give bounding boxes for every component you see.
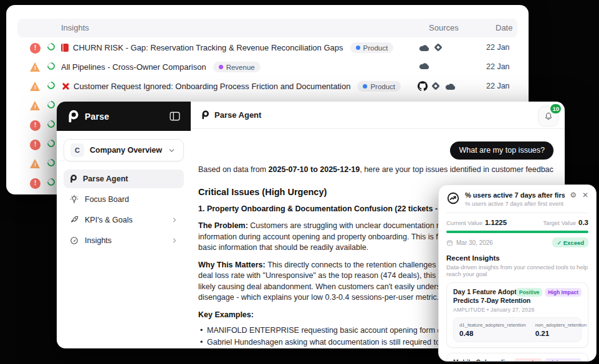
workspace-name: Company Overview [90, 146, 162, 155]
insight-badges: NegativeHigh Impact [514, 358, 582, 362]
sidebar-item-insights[interactable]: Insights [64, 231, 184, 250]
table-row[interactable]: Customer Request Ignored: Onboarding Pro… [6, 77, 529, 97]
sidebar-item-label: Parse Agent [83, 175, 128, 183]
metric: d1_feature_adopters_retention0.48 [459, 322, 526, 337]
settings-button[interactable]: ⚙ [570, 191, 577, 199]
warning-alert-icon [30, 82, 41, 92]
sentiment-badge: Positive [516, 288, 543, 297]
page-title: Parse Agent [214, 110, 261, 120]
metric-label: non_adopters_retention [535, 322, 587, 328]
metric-label: d1_feature_adopters_retention [459, 322, 526, 328]
sidebar-collapse-button[interactable] [169, 111, 181, 122]
row-title-text: CHURN RISK - Gap: Reservation Tracking &… [73, 43, 343, 52]
row-date: 22 Jan [486, 82, 510, 90]
recent-insights-title: Recent Insights [446, 254, 588, 262]
tag-dot [363, 84, 367, 89]
row-sources [418, 81, 456, 91]
tag-label: Product [370, 83, 395, 90]
progress-ring-icon [46, 100, 57, 110]
user-message-bubble: What are my top issues? [450, 141, 553, 160]
desktop-background: Insights Sources Date CHURN RISK - Gap: … [0, 0, 599, 364]
goal-progress-bar [446, 231, 588, 233]
warning-alert-icon [30, 159, 41, 170]
current-value: Current Value1.1225 [446, 219, 507, 226]
error-alert-icon [30, 43, 41, 54]
row-title: All Pipelines - Cross-Owner ComparisonRe… [61, 62, 410, 72]
calendar-icon [446, 239, 453, 246]
row-title: Customer Request Ignored: Onboarding Pro… [61, 81, 410, 92]
progress-ring-icon [46, 42, 57, 52]
tag-dot [356, 46, 360, 50]
main-header: Parse Agent 10 [191, 102, 565, 129]
parse-logo-icon [67, 109, 79, 124]
column-header-insights: Insights [61, 23, 89, 32]
row-title-text: All Pipelines - Cross-Owner Comparison [61, 62, 206, 72]
chevron-down-icon [168, 146, 176, 155]
sidebar-item-focus-board[interactable]: Focus Board [64, 190, 184, 209]
gear-icon: ⚙ [570, 191, 577, 199]
goal-trend-icon [446, 191, 460, 205]
warning-alert-icon [30, 62, 41, 73]
impact-badge: High Impact [545, 358, 582, 362]
progress-ring-icon [46, 80, 57, 91]
error-alert-icon [30, 178, 41, 189]
sidebar-item-kpi-s-goals[interactable]: KPI's & Goals [64, 211, 184, 229]
progress-ring-icon [46, 119, 57, 130]
sidebar-header: Parse [57, 102, 191, 131]
status-badge: ✓ Exceed [552, 237, 588, 247]
sidebar-nav: Parse AgentFocus BoardKPI's & GoalsInsig… [64, 170, 184, 250]
tag-label: Product [363, 44, 388, 52]
sidebar: Parse C Company Overview Parse AgentFocu… [57, 102, 191, 348]
panel-toggle-icon [169, 111, 181, 122]
close-button[interactable]: ✕ [582, 191, 588, 199]
sidebar-item-label: Focus Board [85, 195, 129, 204]
goal-titles: % users active 7 days after first event … [465, 191, 565, 207]
recent-insights-list: Day 1 Feature Adoption Predicts 7-Day Re… [446, 282, 588, 362]
diamond-icon [431, 81, 441, 91]
metric-value: 0.27 [596, 330, 597, 337]
close-icon: ✕ [582, 191, 588, 199]
progress-ring-icon [46, 138, 57, 149]
recent-insights-description: Data-driven insights from your connected… [446, 264, 588, 277]
workspace-switcher[interactable]: C Company Overview [64, 139, 184, 161]
tag-dot [219, 65, 223, 69]
error-alert-icon [30, 120, 41, 131]
sidebar-item-parse-agent[interactable]: Parse Agent [64, 170, 184, 188]
sidebar-body: C Company Overview Parse AgentFocus Boar… [57, 131, 191, 258]
insight-card[interactable]: Mobile Onboarding Underperforming Deskto… [446, 353, 588, 362]
sidebar-item-label: KPI's & Goals [85, 216, 133, 224]
workspace-avatar: C [70, 143, 84, 157]
warning-alert-icon [30, 101, 41, 112]
column-header-date: Date [496, 23, 512, 32]
insight-source: AMPLITUDE • January 27, 2026 [453, 307, 582, 313]
target-value: Target Value0.3 [543, 219, 588, 226]
notifications-button[interactable]: 10 [538, 106, 558, 127]
salesforce-icon [444, 82, 456, 90]
salesforce-icon [418, 44, 430, 52]
insight-card-header: Day 1 Feature Adoption Predicts 7-Day Re… [453, 288, 582, 305]
metric: retention_gap0.27 [596, 322, 597, 337]
table-row[interactable]: CHURN RISK - Gap: Reservation Tracking &… [6, 39, 529, 58]
salesforce-icon [418, 62, 430, 70]
metric: non_adopters_retention0.21 [535, 322, 587, 337]
goal-panel-actions: ⚙ ✕ [570, 191, 588, 199]
row-date: 22 Jan [486, 62, 510, 71]
goal-panel-header: % users active 7 days after first event … [446, 191, 588, 213]
insight-card-header: Mobile Onboarding Underperforming Deskto… [453, 358, 582, 362]
insight-badges: PositiveHigh Impact [516, 288, 582, 297]
parse-icon [69, 174, 77, 184]
row-title-text: Customer Request Ignored: Onboarding Pro… [74, 82, 350, 91]
goal-title: % users active 7 days after first event [465, 191, 565, 199]
insight-card[interactable]: Day 1 Feature Adoption Predicts 7-Day Re… [446, 282, 588, 348]
row-tag: Product [350, 42, 394, 53]
parse-agent-icon [201, 110, 209, 120]
brand-name: Parse [85, 112, 109, 122]
metric-label: retention_gap [596, 322, 597, 328]
metric-value: 0.21 [535, 330, 587, 337]
progress-ring-icon [46, 61, 57, 72]
goal-values-row: Current Value1.1225 Target Value0.3 [446, 219, 588, 226]
table-row[interactable]: All Pipelines - Cross-Owner ComparisonRe… [6, 58, 529, 77]
tag-label: Revenue [226, 64, 255, 71]
row-sources [418, 42, 443, 52]
book-icon [61, 44, 69, 52]
